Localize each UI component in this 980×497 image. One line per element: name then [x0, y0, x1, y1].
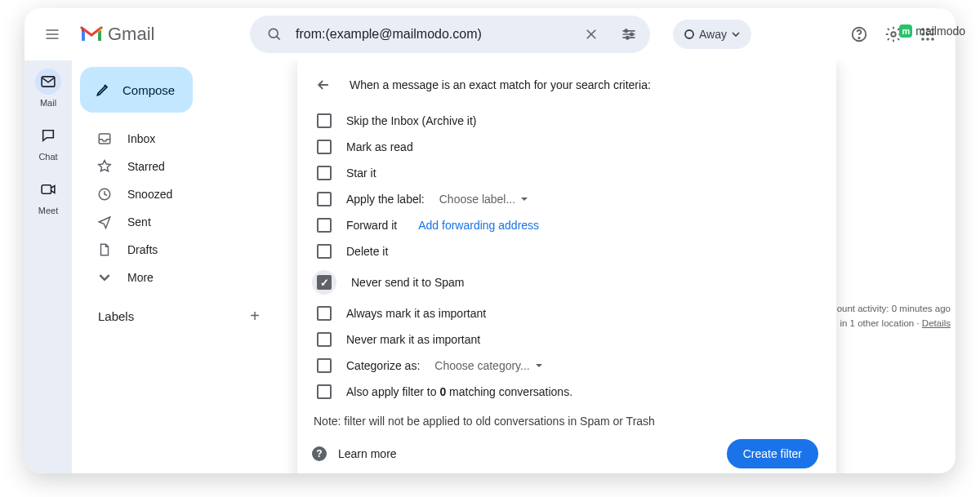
checkbox-apply-label[interactable] — [317, 192, 332, 206]
checkbox-never-important[interactable] — [317, 332, 332, 347]
search-options-icon[interactable] — [612, 18, 645, 51]
file-icon — [96, 242, 113, 257]
add-forwarding-link[interactable]: Add forwarding address — [418, 219, 539, 232]
svg-point-25 — [931, 38, 934, 41]
add-label-button[interactable]: + — [250, 307, 260, 326]
filter-heading: When a message is an exact match for you… — [350, 78, 651, 91]
rail-chat[interactable]: Chat — [35, 122, 61, 162]
nav-sent[interactable]: Sent — [80, 209, 273, 235]
checkbox-delete[interactable] — [317, 244, 332, 259]
clock-icon — [96, 187, 113, 202]
filter-note: Note: filter will not be applied to old … — [314, 415, 818, 428]
search-icon[interactable] — [258, 18, 291, 51]
choose-category-dropdown[interactable]: Choose category... — [434, 359, 542, 372]
rail-mail-label: Mail — [40, 98, 56, 108]
gmail-logo[interactable]: Gmail — [80, 24, 243, 45]
nav-snoozed[interactable]: Snoozed — [80, 181, 273, 207]
labels-header: Labels — [98, 309, 134, 323]
checkbox-also-apply[interactable] — [317, 384, 332, 399]
nav-sent-label: Sent — [127, 215, 151, 229]
nav-more-label: More — [127, 271, 154, 284]
nav-drafts[interactable]: Drafts — [80, 237, 273, 263]
send-icon — [96, 215, 113, 229]
opt-apply-label: Apply the label: — [346, 193, 425, 206]
star-icon — [96, 159, 113, 174]
opt-never-important: Never mark it as important — [346, 333, 480, 346]
checkbox-forward[interactable] — [317, 218, 332, 233]
pencil-icon — [95, 82, 111, 98]
rail-meet-label: Meet — [38, 206, 58, 215]
svg-point-13 — [685, 30, 693, 38]
clear-search-icon[interactable] — [575, 18, 608, 51]
svg-point-12 — [626, 37, 629, 39]
rail-mail[interactable]: Mail — [35, 69, 61, 108]
nav-starred-label: Starred — [127, 160, 165, 173]
checkbox-never-spam[interactable] — [317, 275, 332, 290]
chat-icon — [35, 122, 61, 149]
opt-skip-inbox: Skip the Inbox (Archive it) — [346, 114, 477, 127]
nav-inbox-label: Inbox — [127, 132, 155, 145]
menu-icon[interactable] — [36, 18, 69, 51]
nav-inbox[interactable]: Inbox — [80, 126, 273, 152]
gmail-logo-text: Gmail — [108, 24, 154, 45]
chevron-down-icon — [520, 195, 528, 203]
checkbox-star[interactable] — [317, 166, 332, 180]
create-filter-button[interactable]: Create filter — [727, 439, 818, 468]
svg-rect-27 — [42, 185, 51, 194]
away-status-icon — [684, 29, 694, 39]
chevron-down-icon — [96, 272, 113, 283]
svg-point-16 — [891, 32, 896, 37]
compose-label: Compose — [122, 83, 175, 97]
svg-line-4 — [277, 37, 280, 40]
opt-star: Star it — [346, 166, 376, 180]
help-icon: ? — [312, 446, 327, 461]
nav-more[interactable]: More — [80, 264, 273, 291]
rail-chat-label: Chat — [38, 152, 57, 162]
rail-meet[interactable]: Meet — [35, 176, 61, 215]
nav-drafts-label: Drafts — [127, 243, 158, 256]
learn-more-link[interactable]: Learn more — [338, 447, 397, 460]
chevron-down-icon — [732, 30, 740, 38]
mail-icon — [35, 69, 61, 95]
svg-point-10 — [625, 29, 627, 32]
opt-never-spam: Never send it to Spam — [351, 276, 465, 289]
svg-point-23 — [921, 38, 924, 41]
opt-also-apply: Also apply filter to 0 matching conversa… — [346, 385, 572, 398]
svg-point-3 — [269, 29, 278, 38]
nav-snoozed-label: Snoozed — [127, 188, 172, 201]
checkbox-always-important[interactable] — [317, 306, 332, 321]
nav-starred[interactable]: Starred — [80, 153, 273, 180]
opt-mark-read: Mark as read — [346, 140, 413, 153]
chevron-down-icon — [535, 362, 543, 370]
filter-actions-panel: When a message is an exact match for you… — [297, 60, 836, 473]
checkbox-mark-read[interactable] — [317, 140, 332, 154]
svg-point-15 — [858, 38, 859, 38]
inbox-icon — [96, 131, 113, 146]
svg-point-11 — [630, 33, 633, 35]
mailmodo-watermark: m mailmodo — [899, 24, 965, 38]
gmail-icon — [80, 25, 103, 43]
meet-icon — [35, 176, 61, 202]
account-activity: ount activity: 0 minutes ago in 1 other … — [837, 301, 951, 331]
status-chip[interactable]: Away — [673, 20, 751, 49]
checkbox-skip-inbox[interactable] — [317, 113, 332, 128]
search-bar[interactable] — [250, 16, 650, 53]
status-label: Away — [699, 28, 727, 41]
opt-delete: Delete it — [346, 245, 388, 258]
checkbox-categorize[interactable] — [317, 358, 332, 373]
opt-always-important: Always mark it as important — [346, 307, 486, 320]
help-icon[interactable] — [843, 18, 875, 51]
compose-button[interactable]: Compose — [80, 67, 193, 113]
choose-label-dropdown[interactable]: Choose label... — [439, 193, 528, 206]
back-arrow-icon[interactable] — [312, 73, 335, 96]
search-input[interactable] — [296, 27, 570, 42]
svg-point-24 — [926, 38, 929, 41]
activity-details-link[interactable]: Details — [922, 318, 951, 328]
opt-categorize: Categorize as: — [346, 359, 420, 372]
opt-forward: Forward it — [346, 219, 397, 232]
